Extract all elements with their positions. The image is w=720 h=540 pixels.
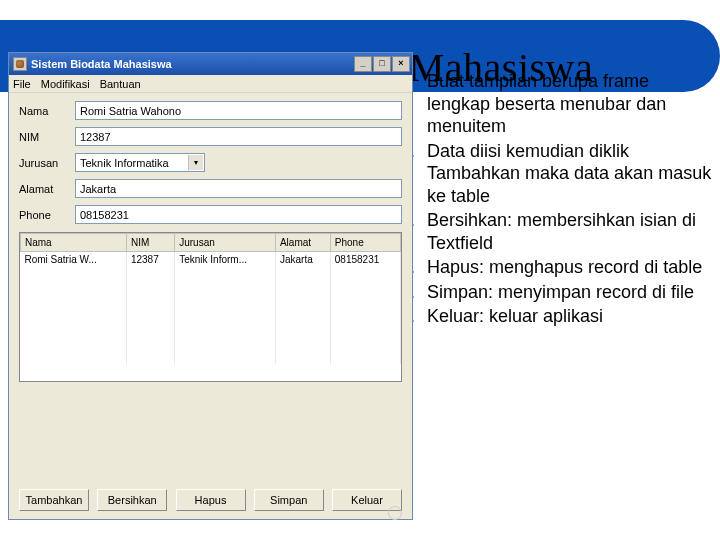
hapus-button[interactable]: Hapus bbox=[176, 489, 246, 511]
instruction-item: 2. Data diisi kemudian diklik Tambahkan … bbox=[395, 140, 715, 208]
instruction-item: 1. Buat tampilan berupa frame lengkap be… bbox=[395, 70, 715, 138]
jurusan-label: Jurusan bbox=[19, 157, 75, 169]
menubar: File Modifikasi Bantuan bbox=[9, 75, 412, 93]
col-nama[interactable]: Nama bbox=[21, 234, 127, 252]
table-row[interactable] bbox=[21, 316, 401, 332]
minimize-button[interactable]: _ bbox=[354, 56, 372, 72]
col-nim[interactable]: NIM bbox=[126, 234, 174, 252]
table-row[interactable]: Romi Satria W... 12387 Teknik Inform... … bbox=[21, 252, 401, 268]
col-phone[interactable]: Phone bbox=[330, 234, 400, 252]
alamat-label: Alamat bbox=[19, 183, 75, 195]
app-icon bbox=[13, 57, 27, 71]
jurusan-value: Teknik Informatika bbox=[80, 157, 200, 169]
jurusan-combo[interactable]: Teknik Informatika ▾ bbox=[75, 153, 205, 172]
titlebar: Sistem Biodata Mahasiswa _ □ × bbox=[9, 53, 412, 75]
nama-input[interactable] bbox=[75, 101, 402, 120]
window-title: Sistem Biodata Mahasiswa bbox=[31, 58, 354, 70]
button-row: Tambahkan Bersihkan Hapus Simpan Keluar bbox=[9, 483, 412, 519]
table-row[interactable] bbox=[21, 332, 401, 348]
table-row[interactable] bbox=[21, 284, 401, 300]
tambahkan-button[interactable]: Tambahkan bbox=[19, 489, 89, 511]
instruction-item: 3. Bersihkan: membersihkan isian di Text… bbox=[395, 209, 715, 254]
data-table[interactable]: Nama NIM Jurusan Alamat Phone Romi Satri… bbox=[19, 232, 402, 382]
decorative-circle bbox=[388, 506, 402, 520]
instruction-item: 6. Keluar: keluar aplikasi bbox=[395, 305, 715, 328]
instruction-list: 1. Buat tampilan berupa frame lengkap be… bbox=[395, 70, 715, 330]
menu-file[interactable]: File bbox=[13, 78, 31, 90]
phone-input[interactable] bbox=[75, 205, 402, 224]
nama-label: Nama bbox=[19, 105, 75, 117]
chevron-down-icon: ▾ bbox=[188, 155, 203, 170]
table-row[interactable] bbox=[21, 300, 401, 316]
bersihkan-button[interactable]: Bersihkan bbox=[97, 489, 167, 511]
col-alamat[interactable]: Alamat bbox=[275, 234, 330, 252]
maximize-button[interactable]: □ bbox=[373, 56, 391, 72]
nim-label: NIM bbox=[19, 131, 75, 143]
menu-modifikasi[interactable]: Modifikasi bbox=[41, 78, 90, 90]
instruction-item: 4. Hapus: menghapus record di table bbox=[395, 256, 715, 279]
close-button[interactable]: × bbox=[392, 56, 410, 72]
form: Nama NIM Jurusan Teknik Informatika ▾ Al… bbox=[9, 93, 412, 228]
table-header-row: Nama NIM Jurusan Alamat Phone bbox=[21, 234, 401, 252]
col-jurusan[interactable]: Jurusan bbox=[175, 234, 276, 252]
table-row[interactable] bbox=[21, 348, 401, 364]
instruction-item: 5. Simpan: menyimpan record di file bbox=[395, 281, 715, 304]
app-window: Sistem Biodata Mahasiswa _ □ × File Modi… bbox=[8, 52, 413, 520]
table-row[interactable] bbox=[21, 268, 401, 284]
phone-label: Phone bbox=[19, 209, 75, 221]
simpan-button[interactable]: Simpan bbox=[254, 489, 324, 511]
alamat-input[interactable] bbox=[75, 179, 402, 198]
nim-input[interactable] bbox=[75, 127, 402, 146]
menu-bantuan[interactable]: Bantuan bbox=[100, 78, 141, 90]
